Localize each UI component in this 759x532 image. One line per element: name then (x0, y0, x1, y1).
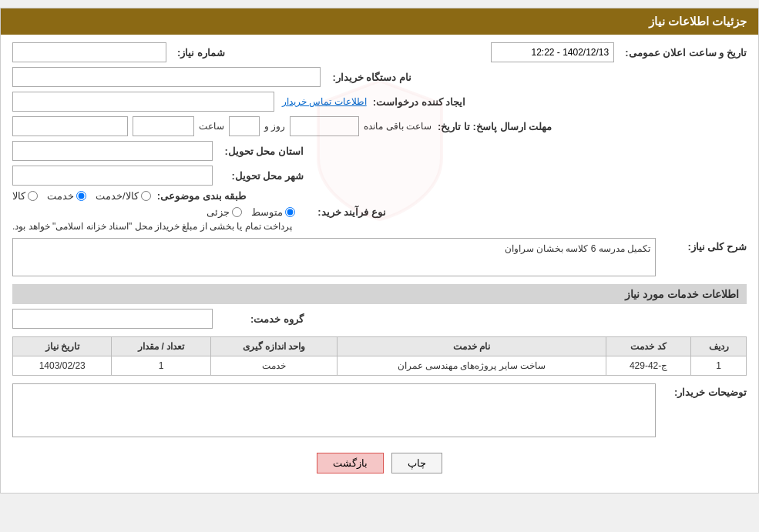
requester-input[interactable]: محمدعلی شاه بیکی کاربرداز اداره کل نوساز… (12, 92, 274, 112)
need-description-box[interactable]: تکمیل مدرسه 6 کلاسه بخشان سراوان (12, 238, 656, 276)
services-table: ردیف کد خدمت نام خدمت واحد اندازه گیری ت… (12, 336, 747, 376)
back-button[interactable]: بازگشت (317, 453, 384, 473)
cell-service-code: ج-42-429 (606, 356, 691, 376)
cell-quantity: 1 (112, 356, 210, 376)
requester-label: ایجاد کننده درخواست: (373, 96, 466, 108)
print-button[interactable]: چاپ (391, 453, 442, 473)
buyer-notes-box[interactable] (12, 383, 656, 437)
countdown-label: ساعت باقی مانده (364, 121, 432, 132)
cell-row-num: 1 (691, 356, 747, 376)
announce-date-input[interactable] (491, 42, 614, 62)
deadline-time-input[interactable]: 14:00 (133, 116, 194, 136)
buyer-org-input[interactable]: اداره کل نوسازی مدارس (12, 67, 321, 87)
process-note: پرداخت تمام یا بخشی از مبلغ خریداز محل "… (12, 221, 292, 232)
time-label: ساعت (199, 121, 224, 132)
buyer-notes-section: توضیحات خریدار: (12, 383, 747, 437)
city-input[interactable]: سراوان (12, 166, 213, 186)
col-service-name: نام خدمت (338, 337, 606, 356)
services-table-section: ردیف کد خدمت نام خدمت واحد اندازه گیری ت… (12, 336, 747, 376)
col-service-code: کد خدمت (606, 337, 691, 356)
buyer-org-label: نام دستگاه خریدار: (327, 72, 411, 83)
table-row: 1 ج-42-429 ساخت سایر پروژه‌های مهندسی عم… (13, 356, 747, 376)
announce-date-label: تاریخ و ساعت اعلان عمومی: (625, 47, 747, 59)
page-title: جزئیات اطلاعات نیاز (1, 8, 758, 35)
process-option-jozi[interactable]: جزئی (207, 206, 242, 218)
col-quantity: تعداد / مقدار (112, 337, 210, 356)
need-description-label: شرح کلی نیاز: (662, 238, 747, 253)
process-option-mutavasit[interactable]: متوسط (251, 206, 295, 218)
contact-link[interactable]: اطلاعات تماس خریدار (282, 96, 367, 107)
process-radio-group: متوسط جزئی (12, 206, 295, 218)
col-unit: واحد اندازه گیری (210, 337, 337, 356)
buyer-notes-label: توضیحات خریدار: (662, 383, 747, 398)
cell-date: 1403/02/23 (13, 356, 112, 376)
countdown-input[interactable]: 00:39:25 (290, 116, 359, 136)
need-number-label: شماره نیاز: (177, 47, 225, 59)
service-group-label: گروه خدمت: (219, 313, 304, 325)
deadline-date-input[interactable]: 1402/12/16 (12, 116, 128, 136)
buttons-row: چاپ بازگشت (12, 445, 747, 485)
days-label: روز و (264, 121, 285, 132)
cell-unit: خدمت (210, 356, 337, 376)
city-label: شهر محل تحویل: (219, 170, 304, 182)
col-date: تاریخ نیاز (13, 337, 112, 356)
province-label: استان محل تحویل: (219, 146, 304, 157)
service-group-input[interactable]: ساختمان (12, 309, 213, 329)
days-input[interactable]: 3 (229, 116, 260, 136)
deadline-label: مهلت ارسال پاسخ: تا تاریخ: (438, 121, 552, 132)
process-label: نوع فرآیند خرید: (301, 206, 386, 218)
category-radio-group: کالا/خدمت خدمت کالا (12, 190, 151, 202)
category-option-kala-khadamat[interactable]: کالا/خدمت (96, 190, 151, 202)
category-label: طبقه بندی موضوعی: (157, 190, 247, 202)
services-section-title: اطلاعات خدمات مورد نیاز (12, 284, 747, 304)
need-number-input[interactable]: 1102003623000127 (12, 42, 166, 62)
category-option-kala[interactable]: کالا (12, 190, 38, 202)
category-option-khadamat[interactable]: خدمت (47, 190, 86, 202)
col-row-num: ردیف (691, 337, 747, 356)
province-input[interactable]: سیستان و بلوچستان (12, 141, 213, 161)
cell-service-name: ساخت سایر پروژه‌های مهندسی عمران (338, 356, 606, 376)
